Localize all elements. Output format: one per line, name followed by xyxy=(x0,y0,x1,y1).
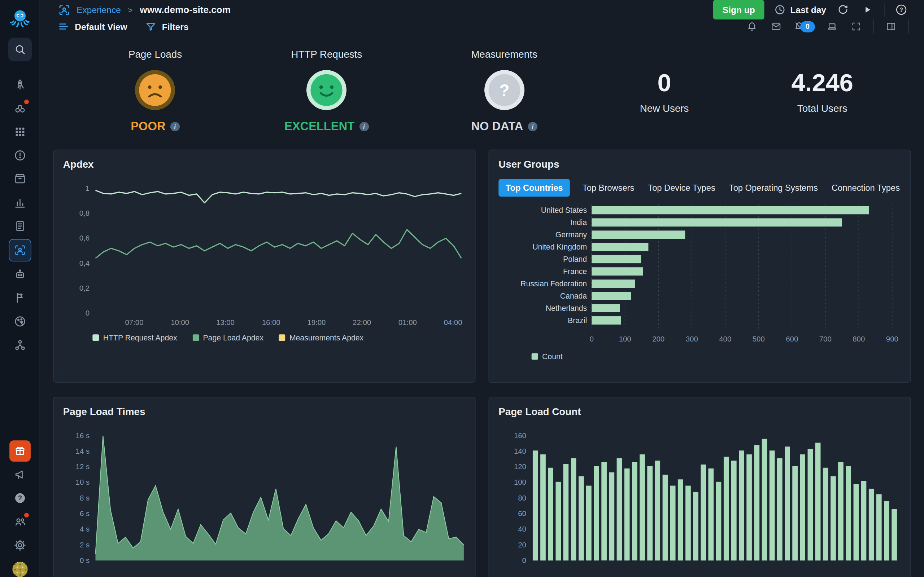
sidebar-item-logs[interactable] xyxy=(9,216,30,237)
search-icon xyxy=(13,43,26,56)
alerts-button[interactable] xyxy=(745,19,759,34)
sidebar-item-browsers[interactable] xyxy=(9,311,30,332)
svg-text:Poland: Poland xyxy=(563,255,587,263)
svg-text:100: 100 xyxy=(514,478,526,486)
info-icon[interactable]: i xyxy=(170,121,180,131)
sidebar-item-infrastructure[interactable] xyxy=(9,334,30,356)
time-range-selector[interactable]: Last day xyxy=(774,3,826,16)
sidebar-item-experience[interactable] xyxy=(9,239,31,261)
filters-button[interactable]: Filters xyxy=(145,21,189,32)
svg-text:1: 1 xyxy=(86,184,89,192)
stat-value: 4.246 xyxy=(791,69,853,97)
svg-text:?: ? xyxy=(499,81,509,100)
kpi-title: HTTP Requests xyxy=(291,49,362,61)
svg-text:United States: United States xyxy=(541,206,587,214)
svg-text:0: 0 xyxy=(590,335,594,343)
user-avatar[interactable] xyxy=(12,562,27,577)
panel-title: User Groups xyxy=(498,159,901,171)
tab-top-device-types[interactable]: Top Device Types xyxy=(647,179,716,197)
svg-text:0,6: 0,6 xyxy=(79,234,89,242)
filter-funnel-icon xyxy=(145,21,157,32)
legend-item[interactable]: HTTP Request Apdex xyxy=(92,333,177,342)
breadcrumb-separator: > xyxy=(127,5,134,15)
notification-dot xyxy=(24,513,29,517)
info-icon[interactable]: i xyxy=(528,121,537,131)
info-icon[interactable]: i xyxy=(359,121,368,131)
columns-layout-icon xyxy=(885,21,897,32)
svg-text:Germany: Germany xyxy=(556,230,587,239)
devices-button[interactable] xyxy=(825,19,839,34)
tab-connection-types[interactable]: Connection Types xyxy=(830,179,901,197)
clock-icon xyxy=(774,3,786,16)
svg-text:600: 600 xyxy=(786,335,798,343)
apdex-line-chart: 00,20,40,60,8107:0010:0013:0016:0019:002… xyxy=(63,180,470,329)
breadcrumb-domain[interactable]: www.demo-site.com xyxy=(140,4,231,15)
svg-text:80: 80 xyxy=(518,494,526,502)
tab-top-countries[interactable]: Top Countries xyxy=(498,179,570,197)
tab-top-operating-systems[interactable]: Top Operating Systems xyxy=(728,179,819,197)
svg-text:400: 400 xyxy=(719,335,731,343)
bar-chart-icon xyxy=(13,196,26,209)
svg-text:140: 140 xyxy=(514,447,526,455)
stat-total-users: 4.246 Total Users xyxy=(791,49,853,133)
apps-grid-icon xyxy=(13,126,26,139)
sidebar-item-metrics[interactable] xyxy=(9,192,30,213)
legend-swatch xyxy=(531,353,538,360)
sidebar-item-rocket[interactable] xyxy=(9,74,30,95)
breadcrumb-section[interactable]: Experience xyxy=(76,5,121,15)
tab-top-browsers[interactable]: Top Browsers xyxy=(582,179,636,197)
legend-item[interactable]: Measurements Apdex xyxy=(279,333,363,342)
svg-text:300: 300 xyxy=(686,335,698,343)
sidebar-item-synthetics[interactable] xyxy=(9,264,30,285)
svg-text:10:00: 10:00 xyxy=(171,318,189,326)
refresh-button[interactable] xyxy=(835,3,850,17)
legend-item[interactable]: Count xyxy=(531,352,563,361)
panel-user-groups: User Groups Top Countries Top Browsers T… xyxy=(488,150,911,383)
panel-title: Page Load Times xyxy=(63,406,465,418)
play-button[interactable] xyxy=(860,3,874,17)
search-button[interactable] xyxy=(8,37,31,61)
top-bar: Experience > www.demo-site.com Sign up L… xyxy=(40,0,924,19)
fullscreen-button[interactable] xyxy=(849,19,863,34)
sidebar-item-rewards[interactable] xyxy=(9,440,30,462)
svg-text:800: 800 xyxy=(853,335,865,343)
user-groups-tabs: Top Countries Top Browsers Top Device Ty… xyxy=(498,179,901,197)
view-selector[interactable]: Default View xyxy=(58,21,128,32)
kpi-status-text: NO DATA xyxy=(471,119,523,133)
sidebar-item-team[interactable] xyxy=(9,511,30,532)
svg-text:14 s: 14 s xyxy=(76,447,90,455)
time-range-label: Last day xyxy=(790,5,826,15)
octopus-logo-icon[interactable] xyxy=(9,7,31,29)
sidebar-item-flags[interactable] xyxy=(9,287,30,309)
svg-text:20: 20 xyxy=(518,541,526,549)
sidebar-item-discovery[interactable] xyxy=(9,98,30,119)
sidebar-item-archive[interactable] xyxy=(9,168,30,190)
svg-text:4 s: 4 s xyxy=(80,525,89,533)
messages-button[interactable] xyxy=(769,19,783,34)
sidebar-item-alerts[interactable] xyxy=(9,145,30,166)
sad-face-icon xyxy=(134,69,176,111)
sidebar-item-apps[interactable] xyxy=(9,121,30,142)
experience-scan-icon xyxy=(58,3,71,16)
sidebar-item-help[interactable]: ? xyxy=(9,488,30,509)
kpi-page-loads: Page Loads POOR i xyxy=(129,49,182,133)
signup-button[interactable]: Sign up xyxy=(713,0,764,19)
sidebar-item-settings[interactable] xyxy=(9,534,30,556)
sidebar-item-announcements[interactable] xyxy=(9,464,30,485)
robot-icon xyxy=(13,268,26,281)
main-area: Experience > www.demo-site.com Sign up L… xyxy=(40,0,924,577)
legend-item[interactable]: Page Load Apdex xyxy=(192,333,263,342)
svg-text:?: ? xyxy=(900,7,903,13)
legend-swatch xyxy=(92,334,99,341)
divider xyxy=(884,3,885,16)
kpi-measurements: Measurements ? NO DATA i xyxy=(471,49,538,133)
legend-swatch xyxy=(279,334,285,341)
svg-text:100: 100 xyxy=(619,335,631,343)
kpi-title: Page Loads xyxy=(129,49,182,61)
app-window: ? Experience > www.de xyxy=(0,0,924,577)
muted-alerts-button[interactable]: 0 xyxy=(793,21,815,32)
help-button[interactable]: ? xyxy=(894,3,909,17)
panel-title: Apdex xyxy=(63,159,465,171)
layout-button[interactable] xyxy=(884,19,898,34)
svg-text:0,4: 0,4 xyxy=(79,259,89,267)
